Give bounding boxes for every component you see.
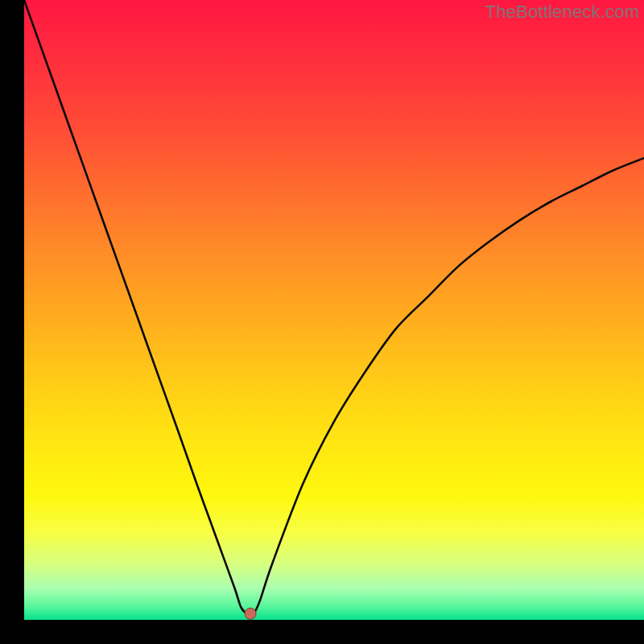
curve-layer [24,0,644,620]
chart-frame: TheBottleneck.com [0,0,644,644]
plot-area [24,0,644,620]
minimum-marker [245,608,256,619]
watermark-text: TheBottleneck.com [485,2,639,23]
bottleneck-curve [24,0,644,615]
